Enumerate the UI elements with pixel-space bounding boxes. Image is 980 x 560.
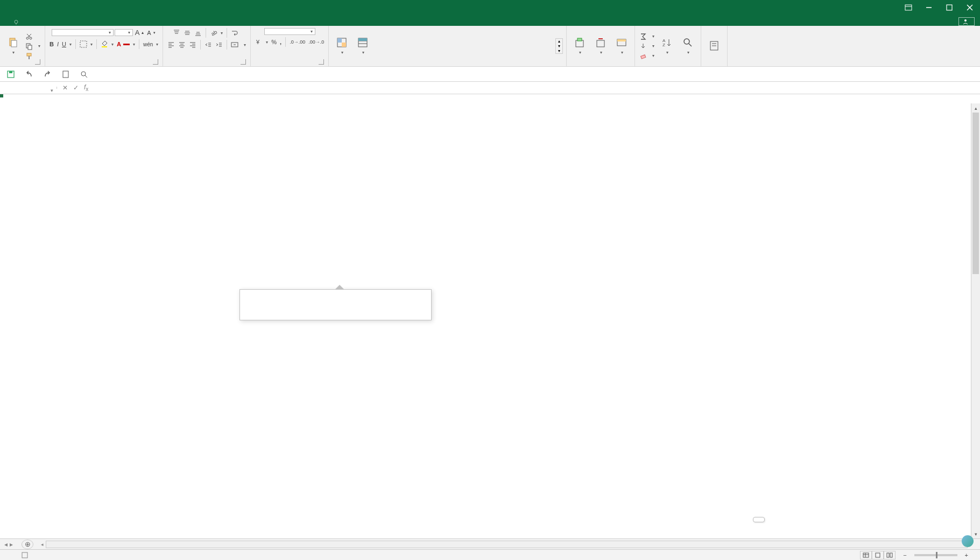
align-bottom-button[interactable] <box>193 29 203 37</box>
name-box[interactable] <box>3 87 57 89</box>
align-center-button[interactable] <box>177 40 187 49</box>
tell-me-search[interactable] <box>13 19 23 26</box>
underline-button[interactable]: U▾ <box>61 40 73 48</box>
invoice-check-button[interactable] <box>704 39 724 53</box>
wrap-icon <box>231 29 238 37</box>
invoice-group <box>701 26 728 66</box>
font-dialog-launcher[interactable] <box>153 59 158 65</box>
find-select-button[interactable]: ▾ <box>678 36 697 56</box>
share-button[interactable] <box>958 17 975 26</box>
qat-new-button[interactable] <box>61 70 70 79</box>
minimize-button[interactable] <box>919 0 939 15</box>
bold-button[interactable]: B <box>48 40 55 48</box>
page-layout-view-button[interactable] <box>872 551 884 559</box>
popup-footer <box>240 307 431 320</box>
close-button[interactable] <box>960 0 980 15</box>
comma-button[interactable]: , <box>279 38 283 46</box>
insert-icon <box>574 37 585 48</box>
number-dialog-launcher[interactable] <box>319 59 324 65</box>
formula-input[interactable] <box>94 87 980 89</box>
clipboard-dialog-launcher[interactable] <box>35 59 40 65</box>
svg-rect-64 <box>617 39 626 41</box>
scroll-thumb[interactable] <box>972 113 979 274</box>
spreadsheet-grid[interactable] <box>0 94 980 538</box>
svg-line-69 <box>689 44 692 46</box>
hscroll-left-button[interactable]: ◂ <box>39 542 46 547</box>
share-icon <box>962 18 969 25</box>
merge-center-button[interactable]: ▾ <box>230 40 247 49</box>
decrease-indent-button[interactable] <box>203 40 213 49</box>
svg-line-77 <box>85 75 87 78</box>
fill-button[interactable]: ▾ <box>638 42 655 51</box>
autosum-button[interactable]: ▾ <box>638 32 655 41</box>
align-right-button[interactable] <box>188 40 198 49</box>
scroll-up-button[interactable]: ▴ <box>971 103 980 113</box>
cancel-formula-button[interactable]: ✕ <box>62 84 68 92</box>
sort-filter-button[interactable]: AZ▾ <box>657 36 676 56</box>
svg-rect-61 <box>597 40 604 47</box>
new-sheet-button[interactable]: ⊕ <box>22 540 33 549</box>
increase-decimal-button[interactable]: .0→.00 <box>288 39 306 45</box>
save-button[interactable] <box>6 70 15 79</box>
conditional-format-button[interactable]: ▾ <box>332 36 351 56</box>
orientation-button[interactable]: ab▾ <box>209 29 224 37</box>
decrease-decimal-button[interactable]: .00→.0 <box>307 39 325 45</box>
svg-point-12 <box>30 37 32 39</box>
insert-cells-button[interactable]: ▾ <box>570 36 589 56</box>
gallery-scroll[interactable]: ▴ ▾ ▾ <box>555 38 563 54</box>
fill-color-button[interactable]: ▾ <box>100 40 115 48</box>
align-middle-button[interactable] <box>182 29 192 37</box>
italic-button[interactable]: I <box>56 40 60 48</box>
percent-button[interactable]: % <box>270 38 278 46</box>
ribbon-display-options-button[interactable] <box>898 0 919 15</box>
svg-rect-60 <box>577 38 582 41</box>
grow-font-button[interactable]: A▴ <box>134 28 145 37</box>
number-format-combo[interactable]: ▾ <box>264 28 315 35</box>
format-as-table-button[interactable]: ▾ <box>353 36 372 56</box>
font-color-button[interactable]: A▾ <box>116 40 136 48</box>
cut-button[interactable] <box>24 32 41 41</box>
zoom-in-button[interactable]: + <box>965 552 968 558</box>
orientation-icon: ab <box>210 29 217 37</box>
gallery-down-button[interactable]: ▾ <box>556 44 562 48</box>
maximize-button[interactable] <box>939 0 960 15</box>
sheet-nav-last[interactable]: ▸ <box>10 541 13 548</box>
cells-group: ▾ ▾ ▾ <box>567 26 635 66</box>
gallery-up-button[interactable]: ▴ <box>556 39 562 44</box>
zoom-out-button[interactable]: − <box>903 552 906 558</box>
copy-button[interactable]: ▾ <box>24 42 41 51</box>
undo-button[interactable] <box>25 70 33 79</box>
svg-point-8 <box>964 19 967 22</box>
borders-button[interactable]: ▾ <box>79 40 94 48</box>
enter-formula-button[interactable]: ✓ <box>73 84 79 92</box>
zoom-slider[interactable] <box>914 554 957 556</box>
wrap-text-button[interactable] <box>230 29 242 37</box>
align-top-button[interactable] <box>172 29 181 37</box>
delete-cells-button[interactable]: ▾ <box>591 36 610 56</box>
page-break-view-button[interactable] <box>884 551 896 559</box>
svg-rect-58 <box>358 38 367 41</box>
redo-button[interactable] <box>43 70 52 79</box>
increase-indent-button[interactable] <box>214 40 224 49</box>
font-family-combo[interactable]: ▾ <box>52 29 114 36</box>
sheet-nav-first[interactable]: ◂ <box>4 541 8 548</box>
delete-icon <box>595 37 606 48</box>
phonetic-button[interactable]: wén▾ <box>142 41 159 48</box>
qat-print-preview-button[interactable] <box>80 70 88 79</box>
horizontal-scrollbar[interactable] <box>46 541 968 548</box>
macro-record-icon[interactable] <box>22 551 28 559</box>
format-cells-button[interactable]: ▾ <box>612 36 631 56</box>
alignment-dialog-launcher[interactable] <box>241 59 246 65</box>
accounting-format-button[interactable]: ¥▾ <box>254 38 269 46</box>
font-size-combo[interactable]: ▾ <box>115 29 133 36</box>
shrink-font-button[interactable]: A▾ <box>146 29 156 37</box>
normal-view-button[interactable] <box>860 551 872 559</box>
gallery-more-button[interactable]: ▾ <box>556 48 562 53</box>
insert-function-button[interactable]: fx <box>84 83 88 92</box>
svg-rect-20 <box>102 46 107 47</box>
align-left-button[interactable] <box>166 40 176 49</box>
vertical-scrollbar[interactable]: ▴ ▾ <box>971 103 980 538</box>
svg-rect-65 <box>641 54 646 58</box>
paste-button[interactable]: ▾ <box>3 36 23 56</box>
clear-button[interactable]: ▾ <box>638 52 655 60</box>
